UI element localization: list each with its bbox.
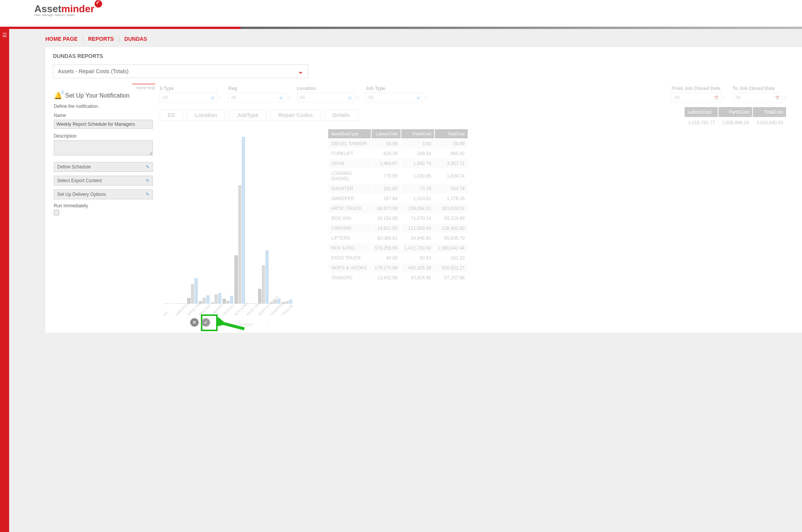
cancel-button[interactable]: ✕ — [190, 318, 199, 327]
table-row[interactable]: ARTIC TRUCK66,973.99236,854.51303,828.51 — [328, 204, 468, 213]
data-table: AssetSubTypeLabourCostPartsCostTotalCost… — [327, 128, 468, 327]
run-immediately-checkbox[interactable] — [54, 210, 59, 215]
table-row[interactable]: LIFTERS60,089.8134,946.9095,036.70 — [328, 234, 468, 243]
filter-reg: Reg All▦▽ — [228, 86, 290, 103]
sidebar: ☰ — [0, 29, 9, 532]
main-content: HOME PAGE | REPORTS | DUNDAS DUNDAS REPO… — [9, 29, 802, 532]
setup-delivery-options-button[interactable]: Set Up Delivery Options ✎ — [54, 189, 153, 199]
color-strip — [0, 27, 802, 29]
bar-group: ER — [164, 303, 174, 304]
pencil-icon: ✎ — [146, 164, 149, 170]
logo-check-icon — [95, 0, 102, 8]
pencil-icon: ✎ — [146, 192, 149, 197]
logo-tagline: Plan. Manage. Record. Share. — [34, 13, 768, 17]
bar-group: TRAILER — [282, 300, 292, 304]
name-input[interactable] — [54, 120, 153, 129]
description-label: Description — [54, 133, 155, 139]
more-help-link[interactable]: more help — [54, 85, 155, 90]
notification-title: Set Up Your Notification — [65, 92, 130, 99]
table-row[interactable]: FORKLIFT616.38349.54965.92 — [328, 149, 468, 158]
arrow-annotation — [218, 317, 248, 333]
report-panel: DUNDAS REPORTS Assets - Repair Costs (To… — [45, 46, 802, 333]
bar-group: CAR/VAN — [211, 293, 221, 304]
bar-group: SKIPS & HOOKS — [258, 250, 269, 304]
bar-group: TANKERS — [270, 299, 281, 304]
table-row[interactable]: LOADING SHOVEL778.891,030.851,809.74 — [328, 169, 468, 183]
table-row[interactable]: SWEEPER167.641,010.521,178.16 — [328, 194, 468, 203]
filter-to-date: To Job Closed Date All📅▽ — [733, 86, 787, 103]
pill-location[interactable]: Location — [187, 109, 225, 121]
table-row[interactable]: CAR/VAN14,812.50111,589.40126,401.90 — [328, 224, 468, 233]
header: Assetminder Plan. Manage. Record. Share. — [0, 0, 802, 27]
bar-group: ARTIC TRUCK — [187, 278, 198, 304]
logo-text-2: minder — [61, 3, 95, 14]
table-row[interactable]: DIESEL TANKER56.883.0059.88 — [328, 139, 468, 148]
bar-group: RCV & REL — [234, 137, 245, 304]
svg-line-1 — [221, 323, 244, 329]
table-row[interactable]: GRAB1,464.971,842.743,307.71 — [328, 159, 468, 168]
bar-chart: ERSWEEPERARTIC TRUCKBOX VANCAR/VANLIFTER… — [160, 128, 320, 327]
action-buttons: ✕ ✓ — [190, 318, 210, 327]
breadcrumb-home[interactable]: HOME PAGE — [45, 36, 78, 42]
confirm-button[interactable]: ✓ — [202, 318, 210, 327]
define-schedule-button[interactable]: Define Schedule ✎ — [54, 162, 153, 172]
bar-group: SWEEPER — [175, 303, 186, 304]
filter-jobtype: Job Type All▦▽ — [366, 86, 427, 103]
chevron-down-icon: ⌄ — [298, 67, 303, 75]
report-dropdown-value: Assets - Repair Costs (Totals) — [58, 68, 128, 74]
table-row[interactable]: RCV & REL578,258.851,411,783.591,990,042… — [328, 244, 468, 253]
table-row[interactable]: SHUNTER191.0073.78264.78 — [328, 184, 468, 193]
run-immediately-label: Run Immediately — [54, 203, 155, 208]
pill-details[interactable]: Details — [325, 109, 358, 121]
notification-panel: more help 🔔)) Set Up Your Notification D… — [53, 80, 156, 218]
pill-repaircodes[interactable]: Repair Codes — [270, 109, 321, 121]
hamburger-icon[interactable]: ☰ — [0, 29, 9, 41]
name-label: Name — [54, 113, 155, 118]
bar-group: LIFTERS — [223, 296, 233, 304]
filter-from-date: From Job Closed Date All📅▽ — [672, 86, 726, 103]
bell-icon: 🔔)) — [54, 91, 62, 100]
bar-group: RIGID TRUCK — [246, 303, 257, 304]
bar-group: BOX VAN — [199, 295, 210, 304]
logo-text-1: Asset — [34, 3, 61, 14]
select-export-content-button[interactable]: Select Export Content ✎ — [54, 176, 153, 186]
table-row[interactable]: SKIPS & HOOKS175,275.88460,325.38635,601… — [328, 263, 468, 272]
breadcrumb: HOME PAGE | REPORTS | DUNDAS — [45, 34, 802, 46]
dimmed-report: b Type All▦▽ Reg All▦▽ Location All▦▽ — [53, 82, 794, 327]
filter-location: Location All▦▽ — [297, 86, 359, 103]
pill-ed[interactable]: ED — [160, 109, 183, 121]
filter-subtype: b Type All▦▽ — [160, 86, 221, 103]
pencil-icon: ✎ — [146, 178, 149, 183]
panel-title: DUNDAS REPORTS — [53, 53, 794, 59]
notification-subtitle: Define the notification. — [54, 104, 155, 109]
report-dropdown[interactable]: Assets - Repair Costs (Totals) ⌄ — [53, 64, 308, 78]
table-row[interactable]: TANKERS13,432.9043,824.9857,257.88 — [328, 273, 468, 282]
pill-jobtype[interactable]: JobType — [229, 109, 267, 121]
description-textarea[interactable] — [54, 140, 153, 155]
table-row[interactable]: BOX VAN28,154.8571,070.1499,224.99 — [328, 214, 468, 223]
breadcrumb-reports[interactable]: REPORTS — [88, 36, 114, 42]
table-row[interactable]: RIGID TRUCK48.0053.53101.53 — [328, 253, 468, 263]
summary-table: LabourCostPartsCostTotalCost 1,010,791.7… — [684, 106, 787, 128]
breadcrumb-current[interactable]: DUNDAS — [124, 36, 147, 42]
